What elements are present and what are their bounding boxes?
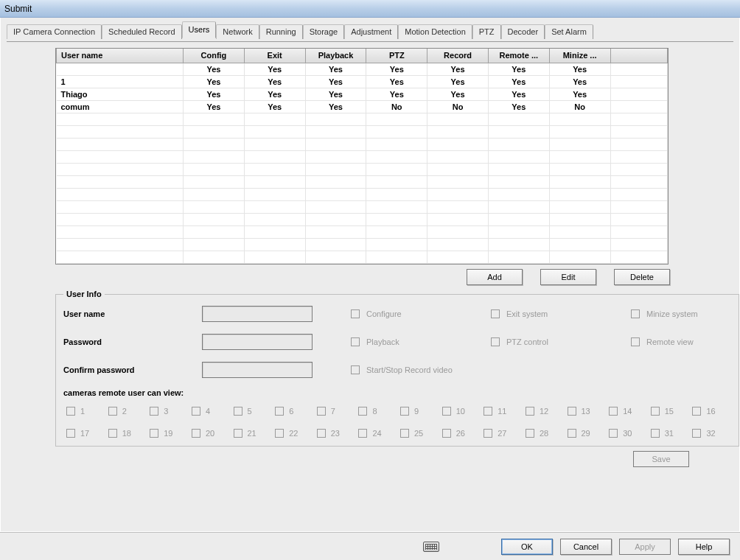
confirm-password-input[interactable]: [202, 362, 313, 378]
camera-31-checkbox[interactable]: [651, 429, 660, 438]
camera-checkbox-29[interactable]: 29: [565, 427, 607, 440]
camera-30-checkbox[interactable]: [609, 429, 618, 438]
camera-11-checkbox[interactable]: [484, 407, 492, 416]
perm-playback-checkbox[interactable]: [351, 337, 360, 346]
camera-7-checkbox[interactable]: [317, 407, 326, 416]
perm-ptz[interactable]: PTZ control: [488, 335, 591, 349]
camera-1-checkbox[interactable]: [66, 407, 75, 416]
camera-23-checkbox[interactable]: [317, 429, 326, 438]
col-config[interactable]: Config: [184, 49, 245, 63]
perm-exit-checkbox[interactable]: [491, 309, 500, 318]
cancel-button[interactable]: Cancel: [560, 539, 612, 555]
tab-motion-detection[interactable]: Motion Detection: [398, 24, 472, 39]
tab-users[interactable]: Users: [182, 21, 217, 38]
camera-checkbox-10[interactable]: 10: [439, 405, 481, 418]
password-input[interactable]: [202, 334, 313, 350]
camera-checkbox-21[interactable]: 21: [231, 427, 273, 440]
perm-configure[interactable]: Configure: [348, 307, 451, 321]
table-row[interactable]: ThiagoYesYesYesYesYesYesYes: [57, 88, 668, 100]
tab-set-alarm[interactable]: Set Alarm: [545, 24, 593, 39]
camera-6-checkbox[interactable]: [275, 407, 284, 416]
camera-4-checkbox[interactable]: [192, 407, 200, 416]
camera-checkbox-15[interactable]: 15: [648, 405, 690, 418]
save-button[interactable]: Save: [633, 451, 689, 467]
perm-minimize-checkbox[interactable]: [631, 309, 640, 318]
perm-record-checkbox[interactable]: [351, 365, 360, 374]
camera-checkbox-13[interactable]: 13: [565, 405, 607, 418]
camera-checkbox-4[interactable]: 4: [189, 405, 231, 418]
camera-checkbox-26[interactable]: 26: [439, 427, 481, 440]
perm-remote[interactable]: Remote view: [628, 335, 731, 349]
col-minize-[interactable]: Minize ...: [549, 49, 610, 63]
tab-storage[interactable]: Storage: [303, 24, 345, 39]
perm-playback[interactable]: Playback: [348, 335, 451, 349]
camera-checkbox-32[interactable]: 32: [689, 427, 731, 440]
tab-ip-camera-connection[interactable]: IP Camera Connection: [7, 24, 102, 39]
perm-minimize[interactable]: Minize system: [628, 307, 731, 321]
camera-checkbox-24[interactable]: 24: [355, 427, 397, 440]
table-row[interactable]: comumYesYesYesNoNoYesNo: [57, 100, 668, 113]
camera-14-checkbox[interactable]: [609, 407, 618, 416]
camera-21-checkbox[interactable]: [234, 429, 242, 438]
camera-12-checkbox[interactable]: [526, 407, 534, 416]
camera-5-checkbox[interactable]: [234, 407, 242, 416]
users-table[interactable]: User nameConfigExitPlaybackPTZRecordRemo…: [56, 49, 668, 264]
camera-checkbox-6[interactable]: 6: [272, 405, 314, 418]
table-row[interactable]: YesYesYesYesYesYesYes: [57, 63, 668, 75]
col-remote-[interactable]: Remote ...: [488, 49, 549, 63]
camera-checkbox-7[interactable]: 7: [314, 405, 356, 418]
tab-adjustment[interactable]: Adjustment: [344, 24, 398, 39]
camera-checkbox-23[interactable]: 23: [314, 427, 356, 440]
col-user-name[interactable]: User name: [57, 49, 184, 63]
perm-remote-checkbox[interactable]: [631, 337, 640, 346]
help-button[interactable]: Help: [678, 539, 730, 555]
camera-checkbox-18[interactable]: 18: [105, 427, 147, 440]
camera-8-checkbox[interactable]: [358, 407, 367, 416]
camera-3-checkbox[interactable]: [150, 407, 158, 416]
col-ptz[interactable]: PTZ: [366, 49, 427, 63]
camera-24-checkbox[interactable]: [358, 429, 367, 438]
camera-16-checkbox[interactable]: [692, 407, 701, 416]
perm-record[interactable]: Start/Stop Record video: [348, 363, 540, 377]
apply-button[interactable]: Apply: [619, 539, 671, 555]
delete-button[interactable]: Delete: [614, 269, 670, 285]
camera-checkbox-2[interactable]: 2: [105, 405, 147, 418]
camera-17-checkbox[interactable]: [66, 429, 75, 438]
tab-ptz[interactable]: PTZ: [472, 24, 501, 39]
perm-ptz-checkbox[interactable]: [491, 337, 500, 346]
table-row[interactable]: 1YesYesYesYesYesYesYes: [57, 75, 668, 88]
ok-button[interactable]: OK: [501, 539, 553, 555]
camera-checkbox-19[interactable]: 19: [147, 427, 189, 440]
camera-checkbox-8[interactable]: 8: [355, 405, 397, 418]
col-record[interactable]: Record: [427, 49, 489, 63]
tab-network[interactable]: Network: [216, 24, 259, 39]
perm-configure-checkbox[interactable]: [351, 309, 360, 318]
tab-running[interactable]: Running: [259, 24, 303, 39]
camera-checkbox-28[interactable]: 28: [523, 427, 565, 440]
camera-checkbox-31[interactable]: 31: [648, 427, 690, 440]
camera-32-checkbox[interactable]: [692, 429, 701, 438]
camera-2-checkbox[interactable]: [108, 407, 117, 416]
keyboard-icon[interactable]: [423, 542, 439, 552]
camera-19-checkbox[interactable]: [150, 429, 158, 438]
camera-13-checkbox[interactable]: [568, 407, 576, 416]
camera-26-checkbox[interactable]: [442, 429, 451, 438]
camera-22-checkbox[interactable]: [275, 429, 284, 438]
camera-checkbox-20[interactable]: 20: [189, 427, 231, 440]
camera-18-checkbox[interactable]: [108, 429, 117, 438]
perm-exit[interactable]: Exit system: [488, 307, 591, 321]
camera-9-checkbox[interactable]: [400, 407, 409, 416]
camera-25-checkbox[interactable]: [400, 429, 409, 438]
tab-decoder[interactable]: Decoder: [501, 24, 545, 39]
tab-scheduled-record[interactable]: Scheduled Record: [102, 24, 182, 39]
username-input[interactable]: [202, 306, 313, 322]
add-button[interactable]: Add: [467, 269, 523, 285]
edit-button[interactable]: Edit: [540, 269, 596, 285]
camera-29-checkbox[interactable]: [568, 429, 576, 438]
camera-checkbox-25[interactable]: 25: [397, 427, 439, 440]
camera-10-checkbox[interactable]: [442, 407, 451, 416]
col-playback[interactable]: Playback: [305, 49, 366, 63]
camera-checkbox-5[interactable]: 5: [231, 405, 273, 418]
camera-checkbox-22[interactable]: 22: [272, 427, 314, 440]
camera-checkbox-12[interactable]: 12: [523, 405, 565, 418]
